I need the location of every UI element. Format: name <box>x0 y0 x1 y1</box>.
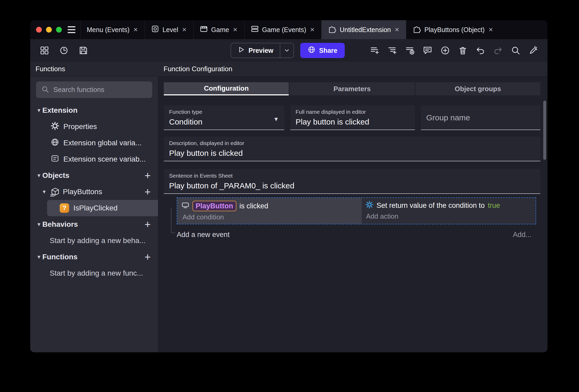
window-tab-bar: Menu (Events) × Level × Game × <box>30 20 547 39</box>
preview-options-button[interactable] <box>280 43 293 58</box>
sidebar-section-functions[interactable]: ▾ Functions + <box>30 249 158 265</box>
tab-menu-events[interactable]: Menu (Events) × <box>80 20 145 39</box>
tab-game[interactable]: Game × <box>193 20 244 39</box>
sidebar-section-extension[interactable]: ▾ Extension <box>30 102 158 118</box>
app-window: Menu (Events) × Level × Game × <box>30 20 547 352</box>
add-object-button[interactable]: + <box>145 170 151 181</box>
minimize-window-button[interactable] <box>46 27 52 33</box>
add-subevent-icon[interactable] <box>387 45 398 56</box>
tab-label: Menu (Events) <box>87 26 130 34</box>
chevron-down-icon[interactable]: ▾ <box>35 221 42 228</box>
save-icon[interactable] <box>78 45 89 56</box>
main-toolbar: Preview Share <box>30 39 547 62</box>
tab-label: Level <box>162 26 178 34</box>
share-label: Share <box>319 47 337 54</box>
close-icon[interactable]: × <box>310 26 315 33</box>
add-action-button[interactable]: Add action <box>366 212 536 220</box>
tab-untitled-extension[interactable]: UntitledExtension × <box>321 20 406 39</box>
item-label: Extension global varia... <box>63 139 141 147</box>
conditions-column[interactable]: PlayButton is clicked Add condition <box>177 198 362 224</box>
add-free-function-button[interactable]: + <box>145 252 151 262</box>
section-label: Functions <box>42 253 78 261</box>
sentence-field[interactable]: Sentence in Events Sheet Play button of … <box>164 169 540 194</box>
full-name-value: Play button is clicked <box>296 117 410 126</box>
search-icon[interactable] <box>510 45 521 56</box>
clapperboard-icon <box>200 25 208 34</box>
traffic-lights <box>30 20 65 39</box>
scrollbar-thumb[interactable] <box>543 101 546 160</box>
close-icon[interactable]: × <box>133 26 138 33</box>
group-name-input[interactable] <box>426 113 535 122</box>
description-field[interactable]: Description, displayed in editor Play bu… <box>164 137 540 161</box>
close-window-button[interactable] <box>36 27 42 33</box>
close-icon[interactable]: × <box>232 26 238 33</box>
function-type-select[interactable]: Function type Condition ▼ <box>164 105 284 130</box>
undo-icon[interactable] <box>475 45 486 56</box>
full-name-field[interactable]: Full name displayed in editor Play butto… <box>290 105 415 130</box>
sidebar-section-behaviors[interactable]: ▾ Behaviors + <box>30 216 158 233</box>
tab-parameters[interactable]: Parameters <box>290 82 414 95</box>
sidebar-item-global-variables[interactable]: Extension global varia... <box>30 135 158 151</box>
sidebar-item-scene-variables[interactable]: Extension scene variab... <box>30 151 158 167</box>
search-input[interactable] <box>53 86 147 94</box>
add-behavior-button[interactable]: + <box>145 219 151 230</box>
condition-text: is clicked <box>240 202 268 210</box>
page-title: Function Configuration <box>158 65 232 73</box>
add-function-to-object-button[interactable]: + <box>145 187 151 197</box>
tab-level[interactable]: Level × <box>145 20 193 39</box>
sidebar-item-isplayclicked[interactable]: ? IsPlayClicked <box>47 200 158 216</box>
share-button[interactable]: Share <box>300 43 345 58</box>
event-indent-rail <box>171 208 175 233</box>
zoom-window-button[interactable] <box>56 27 62 33</box>
sentence-label: Sentence in Events Sheet <box>169 173 535 179</box>
chevron-down-icon: ▼ <box>273 116 279 123</box>
section-label: Behaviors <box>42 220 78 229</box>
add-new-event-button[interactable]: Add a new event <box>177 231 230 239</box>
sidebar-section-objects[interactable]: ▾ Objects + <box>30 167 158 184</box>
full-name-label: Full name displayed in editor <box>296 109 410 115</box>
sidebar-item-properties[interactable]: Properties <box>30 118 158 135</box>
choose-event-icon[interactable] <box>440 45 450 56</box>
history-icon[interactable] <box>59 45 69 56</box>
description-value: Play button is clicked <box>169 149 535 158</box>
action-value-true[interactable]: true <box>488 202 500 210</box>
function-configuration-panel: Configuration Parameters Object groups F… <box>158 76 547 352</box>
add-event-icon[interactable] <box>369 45 380 56</box>
search-functions-box[interactable] <box>36 81 152 98</box>
menu-icon[interactable] <box>65 20 80 39</box>
chevron-down-icon[interactable]: ▾ <box>35 172 42 179</box>
delete-icon[interactable] <box>458 45 468 56</box>
toolbar-left-group <box>30 45 89 56</box>
chevron-down-icon[interactable]: ▾ <box>35 107 42 114</box>
actions-column[interactable]: Set return value of the condition to tru… <box>362 198 536 224</box>
group-name-field[interactable] <box>421 105 540 130</box>
add-more-button[interactable]: Add... <box>513 231 536 239</box>
add-comment-icon[interactable] <box>422 45 433 56</box>
extension-puzzle-icon <box>413 25 421 35</box>
project-manager-icon[interactable] <box>39 45 50 56</box>
tab-playbuttons-object[interactable]: PlayButtons (Object) × <box>406 20 500 39</box>
add-other-event-icon[interactable] <box>405 45 415 56</box>
close-icon[interactable]: × <box>182 26 187 33</box>
tab-configuration[interactable]: Configuration <box>164 82 289 95</box>
event-row[interactable]: PlayButton is clicked Add condition Set … <box>177 197 536 224</box>
button-press-icon <box>181 201 189 211</box>
action-line[interactable]: Set return value of the condition to tru… <box>365 201 536 210</box>
tab-label: Game <box>211 26 229 34</box>
redo-icon[interactable] <box>493 45 503 56</box>
tab-game-events[interactable]: Game (Events) × <box>244 20 321 39</box>
edit-scene-icon[interactable] <box>528 45 539 56</box>
chevron-down-icon[interactable]: ▾ <box>35 254 42 260</box>
object-name-chip[interactable]: PlayButton <box>192 201 236 211</box>
tab-label: UntitledExtension <box>340 26 391 34</box>
sidebar-item-playbuttons[interactable]: ▾ 2D PlayButtons + <box>30 184 158 200</box>
condition-line[interactable]: PlayButton is clicked <box>181 201 362 211</box>
tab-object-groups[interactable]: Object groups <box>415 82 540 95</box>
preview-button[interactable]: Preview <box>231 43 294 58</box>
function-type-label: Function type <box>169 109 279 115</box>
toolbar-right-group <box>369 39 539 62</box>
close-icon[interactable]: × <box>488 26 493 33</box>
close-icon[interactable]: × <box>394 26 400 33</box>
add-condition-button[interactable]: Add condition <box>182 213 362 221</box>
chevron-down-icon[interactable]: ▾ <box>41 188 48 195</box>
